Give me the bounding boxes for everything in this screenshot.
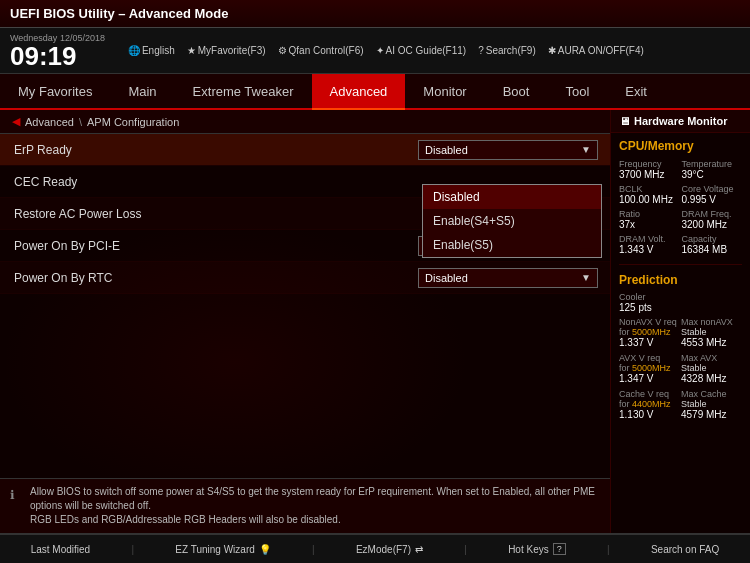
erp-dropdown[interactable]: Disabled Enable(S4+S5) Enable(S5) xyxy=(422,184,602,258)
nav-monitor[interactable]: Monitor xyxy=(405,74,484,108)
hotkeys-label: Hot Keys xyxy=(508,544,549,555)
settings-table: ErP Ready Disabled ▼ Disabled Enable(S4+… xyxy=(0,134,610,294)
hw-core-voltage-cell: Core Voltage 0.995 V xyxy=(682,183,743,206)
bios-actions: 🌐 English ★ MyFavorite(F3) ⚙ Qfan Contro… xyxy=(128,45,644,56)
hw-max-cache-label: Max Cache Stable 4579 MHz xyxy=(681,389,742,420)
power-rtc-value[interactable]: Disabled ▼ xyxy=(410,264,610,292)
search-label: Search(F9) xyxy=(486,45,536,56)
erp-label: ErP Ready xyxy=(0,137,410,163)
hw-ratio-cell: Ratio 37x xyxy=(619,208,680,231)
globe-icon: 🌐 xyxy=(128,45,140,56)
rtc-dropdown-arrow-icon: ▼ xyxy=(581,272,591,283)
action-qfan[interactable]: ⚙ Qfan Control(F6) xyxy=(278,45,364,56)
nav-tool[interactable]: Tool xyxy=(547,74,607,108)
main-panel: ◀ Advanced \ APM Configuration ErP Ready… xyxy=(0,110,610,533)
hardware-monitor-panel: 🖥 Hardware Monitor CPU/Memory Frequency … xyxy=(610,110,750,533)
aioc-label: AI OC Guide(F11) xyxy=(386,45,467,56)
hw-prediction-section-title: Prediction xyxy=(611,267,750,290)
bottom-ezmode[interactable]: EzMode(F7) ⇄ xyxy=(356,544,423,555)
search-faq-label: Search on FAQ xyxy=(651,544,719,555)
star-icon: ★ xyxy=(187,45,196,56)
nav-extreme-tweaker[interactable]: Extreme Tweaker xyxy=(175,74,312,108)
breadcrumb-sep: \ xyxy=(79,116,82,128)
erp-selected-value: Disabled xyxy=(425,144,468,156)
nav-main[interactable]: Main xyxy=(110,74,174,108)
time-text: 09:19 xyxy=(10,43,105,69)
hw-capacity-cell: Capacity 16384 MB xyxy=(682,233,743,256)
action-myfavorite[interactable]: ★ MyFavorite(F3) xyxy=(187,45,266,56)
qfan-label: Qfan Control(F6) xyxy=(289,45,364,56)
hw-dram-volt-cell: DRAM Volt. 1.343 V xyxy=(619,233,680,256)
ai-icon: ✦ xyxy=(376,45,384,56)
hw-cache-label: Cache V req for 4400MHz 1.130 V xyxy=(619,389,680,420)
nav-my-favorites[interactable]: My Favorites xyxy=(0,74,110,108)
nav-exit[interactable]: Exit xyxy=(607,74,665,108)
nav-advanced[interactable]: Advanced xyxy=(312,74,406,108)
aura-icon: ✱ xyxy=(548,45,556,56)
hw-frequency-cell: Frequency 3700 MHz xyxy=(619,158,680,181)
hw-avx-label: AVX V req for 5000MHz 1.347 V xyxy=(619,353,680,384)
info-icon: ℹ xyxy=(10,488,15,502)
ez-tuning-label: EZ Tuning Wizard xyxy=(175,544,254,555)
hw-nonavx-label: NonAVX V req for 5000MHz 1.337 V xyxy=(619,317,680,348)
info-text: Allow BIOS to switch off some power at S… xyxy=(30,485,598,527)
hw-bclk-cell: BCLK 100.00 MHz xyxy=(619,183,680,206)
lightbulb-icon: 💡 xyxy=(259,544,271,555)
cec-label: CEC Ready xyxy=(0,169,410,195)
nav-bar: My Favorites Main Extreme Tweaker Advanc… xyxy=(0,74,750,110)
hw-cpu-grid: Frequency 3700 MHz Temperature 39°C BCLK… xyxy=(611,156,750,262)
breadcrumb-path: Advanced xyxy=(25,116,74,128)
dropdown-option-enable-s4s5[interactable]: Enable(S4+S5) xyxy=(423,209,601,233)
app-title: UEFI BIOS Utility – Advanced Mode xyxy=(10,6,228,21)
title-bar: UEFI BIOS Utility – Advanced Mode xyxy=(0,0,750,28)
erp-select[interactable]: Disabled ▼ xyxy=(418,140,598,160)
breadcrumb-arrow: ◀ xyxy=(12,115,20,128)
last-modified-label: Last Modified xyxy=(31,544,90,555)
dropdown-arrow-icon: ▼ xyxy=(581,144,591,155)
dropdown-option-enable-s5[interactable]: Enable(S5) xyxy=(423,233,601,257)
hw-max-avx-label: Max AVX Stable 4328 MHz xyxy=(681,353,742,384)
action-aura[interactable]: ✱ AURA ON/OFF(F4) xyxy=(548,45,644,56)
switch-icon: ⇄ xyxy=(415,544,423,555)
bottom-bar: Last Modified | EZ Tuning Wizard 💡 | EzM… xyxy=(0,534,750,563)
hw-prediction-content: Cooler 125 pts NonAVX V req for 5000MHz … xyxy=(611,290,750,422)
breadcrumb-sub: APM Configuration xyxy=(87,116,179,128)
bottom-hotkeys[interactable]: Hot Keys ? xyxy=(508,543,566,555)
bottom-section: Last Modified | EZ Tuning Wizard 💡 | EzM… xyxy=(0,533,750,563)
setting-row-power-rtc: Power On By RTC Disabled ▼ xyxy=(0,262,610,294)
fan-icon: ⚙ xyxy=(278,45,287,56)
hw-cpu-section-title: CPU/Memory xyxy=(611,133,750,156)
datetime-bar: Wednesday 12/05/2018 09:19 🌐 English ★ M… xyxy=(0,28,750,74)
power-rtc-label: Power On By RTC xyxy=(0,265,410,291)
nav-boot[interactable]: Boot xyxy=(485,74,548,108)
hw-max-nonavx-label: Max nonAVX Stable 4553 MHz xyxy=(681,317,742,348)
action-aioc[interactable]: ✦ AI OC Guide(F11) xyxy=(376,45,467,56)
power-pcie-label: Power On By PCI-E xyxy=(0,233,410,259)
power-rtc-select[interactable]: Disabled ▼ xyxy=(418,268,598,288)
erp-value[interactable]: Disabled ▼ Disabled Enable(S4+S5) Enable… xyxy=(410,136,610,164)
info-box: ℹ Allow BIOS to switch off some power at… xyxy=(0,478,610,533)
bottom-ez-tuning[interactable]: EZ Tuning Wizard 💡 xyxy=(175,544,270,555)
bottom-last-modified[interactable]: Last Modified xyxy=(31,544,90,555)
hw-monitor-title: 🖥 Hardware Monitor xyxy=(611,110,750,133)
action-search[interactable]: ? Search(F9) xyxy=(478,45,536,56)
aura-label: AURA ON/OFF(F4) xyxy=(558,45,644,56)
myfavorite-label: MyFavorite(F3) xyxy=(198,45,266,56)
dropdown-option-disabled[interactable]: Disabled xyxy=(423,185,601,209)
restore-ac-label: Restore AC Power Loss xyxy=(0,201,410,227)
monitor-icon: 🖥 xyxy=(619,115,630,127)
hw-dram-freq-cell: DRAM Freq. 3200 MHz xyxy=(682,208,743,231)
hotkeys-icon: ? xyxy=(553,543,566,555)
hw-temperature-cell: Temperature 39°C xyxy=(682,158,743,181)
search-icon: ? xyxy=(478,45,484,56)
bottom-search-faq[interactable]: Search on FAQ xyxy=(651,544,719,555)
english-label: English xyxy=(142,45,175,56)
setting-row-erp: ErP Ready Disabled ▼ Disabled Enable(S4+… xyxy=(0,134,610,166)
breadcrumb: ◀ Advanced \ APM Configuration xyxy=(0,110,610,134)
datetime-display: Wednesday 12/05/2018 09:19 xyxy=(10,33,105,69)
action-english[interactable]: 🌐 English xyxy=(128,45,175,56)
content-area: ◀ Advanced \ APM Configuration ErP Ready… xyxy=(0,110,750,533)
power-rtc-selected: Disabled xyxy=(425,272,468,284)
ezmode-label: EzMode(F7) xyxy=(356,544,411,555)
